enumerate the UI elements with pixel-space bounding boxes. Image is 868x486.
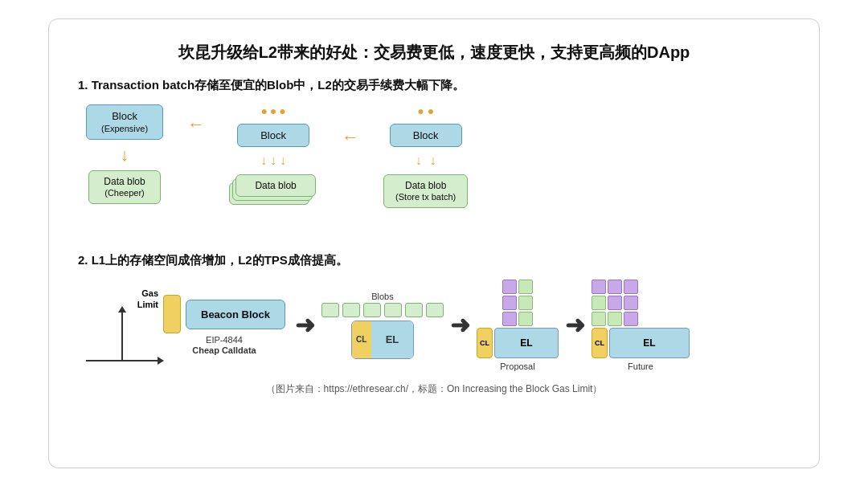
block-expensive: Block(Expensive) [86,104,163,140]
h-axis-line [86,360,158,361]
blob-6 [426,303,444,317]
dots-3: ● ● [417,104,434,117]
block-3: Block [390,124,462,147]
v-axis-arrow [118,306,126,312]
stacked-blob-3: Data blob [235,174,316,197]
beacon-block-box: Beacon Block [186,300,285,329]
arrow-1: ➜ [295,311,315,339]
el-label-future: EL [609,328,690,358]
arrow-3: ➜ [565,311,585,339]
arrow-between-2-3: ← [342,127,359,148]
gas-limit-label: GasLimit [137,288,158,309]
future-cl-el: CL EL [592,328,690,358]
proposal-step: CL EL Proposal [477,280,559,371]
f-g-3 [608,312,622,326]
sq-green-3 [518,312,533,326]
v-axis-line [121,312,123,360]
beacon-block-row: Beacon Block [163,295,285,333]
arrow-between-1-2: ← [187,114,205,135]
f-g-1 [592,296,606,310]
gas-axis-group: GasLimit [86,288,158,361]
arrows-2: ↓ ↓ ↓ [260,153,286,168]
el-label-2: EL [494,328,559,358]
proposal-label: Proposal [500,361,534,371]
section2-label: 2. L1上的存储空间成倍增加，L2的TPS成倍提高。 [78,253,790,268]
sq-purple-2 [502,296,517,310]
f-p-4 [608,296,622,310]
axis-lines [86,312,158,361]
blobs-row [321,303,444,317]
yellow-box-beacon [163,295,181,333]
blob-1 [321,303,339,317]
sq-green-1 [518,280,533,294]
vertical-axis [86,312,158,361]
section1-diagram: Block(Expensive) ↓ Data blob(Cheeper) ← … [86,104,790,237]
arrow-2: ➜ [450,311,470,339]
proposal-squares-3 [502,312,533,326]
dots-2: ● ● ● [260,104,285,117]
el-label-1: EL [371,321,414,358]
cl-label-1: CL [352,321,371,358]
f-p-3 [624,280,638,294]
blob-group-2: ● ● ● Block ↓ ↓ ↓ Data blob Data blob Da… [229,104,317,237]
arrow-down-1: ↓ [121,146,129,164]
section2-diagram: GasLimit Beacon Block EIP [86,280,790,371]
sq-purple-1 [502,280,517,294]
arrows-3: ↓ ↓ [416,153,436,168]
eip4844-step: Blobs CL EL [321,292,444,359]
future-row-3 [592,312,690,326]
proposal-squares-2 [502,296,533,310]
cl-label-2: CL [477,328,493,358]
f-p-6 [624,312,638,326]
blob-4 [384,303,402,317]
data-blob-store-tx: Data blob(Store tx batch) [383,174,468,208]
f-p-2 [608,280,622,294]
sq-green-2 [518,296,533,310]
f-g-2 [592,312,606,326]
data-blob-cheeper: Data blob(Cheeper) [88,170,161,204]
eip-label: EIP-4844 [206,335,243,345]
blob-group-3: ● ● Block ↓ ↓ Data blob(Store tx batch) [383,104,468,208]
main-card: 坎昆升级给L2带来的好处：交易费更低，速度更快，支持更高频的DApp 1. Tr… [48,18,820,468]
blob-3 [363,303,381,317]
h-axis-arrow [158,357,164,365]
page-title: 坎昆升级给L2带来的好处：交易费更低，速度更快，支持更高频的DApp [78,42,790,63]
f-p-5 [624,296,638,310]
caption: （图片来自：https://ethresear.ch/，标题：On Increa… [78,382,790,396]
future-step: CL EL Future [592,280,690,371]
future-row-1 [592,280,690,294]
f-p-1 [592,280,606,294]
proposal-squares-top [502,280,533,294]
stacked-blobs: Data blob Data blob Data blob [229,174,317,237]
blob-5 [405,303,423,317]
cl-el-box-1: CL EL [351,321,415,359]
beacon-block-step: Beacon Block EIP-4844 Cheap Calldata [163,295,285,355]
blob-2 [342,303,360,317]
blobs-label: Blobs [371,292,394,301]
proposal-cl-el: CL EL [477,328,559,358]
block-2: Block [237,124,309,147]
future-squares: CL EL [592,280,690,358]
cl-label-future: CL [592,328,608,358]
blob-group-1: Block(Expensive) ↓ Data blob(Cheeper) [86,104,163,204]
future-row-2 [592,296,690,310]
cheap-calldata-label: Cheap Calldata [192,345,256,355]
sq-purple-3 [502,312,517,326]
future-label: Future [628,361,653,371]
section1-label: 1. Transaction batch存储至便宜的Blob中，L2的交易手续费… [78,78,790,93]
